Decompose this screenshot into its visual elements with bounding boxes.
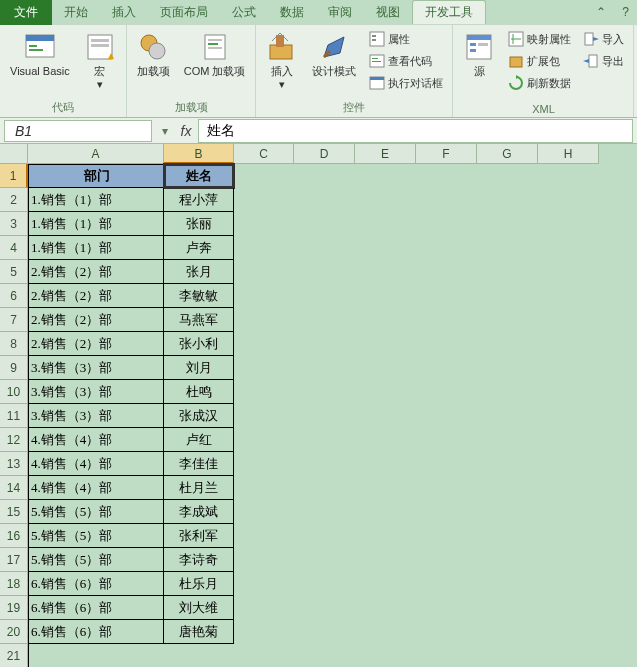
fx-icon[interactable]: fx — [174, 123, 198, 139]
cell-dept[interactable]: 4.销售（4）部 — [28, 476, 164, 500]
cell-name[interactable]: 张月 — [164, 260, 234, 284]
row-header[interactable]: 14 — [0, 476, 28, 500]
row-header[interactable]: 13 — [0, 452, 28, 476]
cell-name[interactable]: 李诗奇 — [164, 548, 234, 572]
cell-dept[interactable]: 3.销售（3）部 — [28, 356, 164, 380]
com-addins-button[interactable]: COM 加载项 — [180, 29, 250, 80]
row-header[interactable]: 1 — [0, 164, 28, 188]
expansion-packs-button[interactable]: 扩展包 — [505, 51, 574, 71]
cell-header-name[interactable]: 姓名 — [164, 164, 234, 188]
col-header-F[interactable]: F — [416, 144, 477, 164]
row-header[interactable]: 10 — [0, 380, 28, 404]
cell-name[interactable]: 刘大维 — [164, 596, 234, 620]
col-header-A[interactable]: A — [28, 144, 164, 164]
export-button[interactable]: 导出 — [580, 51, 627, 71]
select-all-button[interactable] — [0, 144, 28, 164]
import-button[interactable]: 导入 — [580, 29, 627, 49]
row-header[interactable]: 11 — [0, 404, 28, 428]
col-header-E[interactable]: E — [355, 144, 416, 164]
cell-name[interactable]: 杜乐月 — [164, 572, 234, 596]
tab-review[interactable]: 审阅 — [316, 1, 364, 24]
cell-dept[interactable]: 2.销售（2）部 — [28, 308, 164, 332]
cell-empty[interactable] — [28, 644, 164, 667]
row-header[interactable]: 17 — [0, 548, 28, 572]
visual-basic-button[interactable]: Visual Basic — [6, 29, 74, 80]
cell-dept[interactable]: 6.销售（6）部 — [28, 572, 164, 596]
cell-name[interactable]: 卢奔 — [164, 236, 234, 260]
row-header[interactable]: 15 — [0, 500, 28, 524]
name-box-dropdown-icon[interactable]: ▾ — [156, 124, 174, 138]
tab-layout[interactable]: 页面布局 — [148, 1, 220, 24]
cell-name[interactable]: 刘月 — [164, 356, 234, 380]
row-header[interactable]: 16 — [0, 524, 28, 548]
tab-formulas[interactable]: 公式 — [220, 1, 268, 24]
cell-dept[interactable]: 2.销售（2）部 — [28, 284, 164, 308]
tab-insert[interactable]: 插入 — [100, 1, 148, 24]
cell-dept[interactable]: 3.销售（3）部 — [28, 380, 164, 404]
cell-dept[interactable]: 4.销售（4）部 — [28, 428, 164, 452]
row-header[interactable]: 19 — [0, 596, 28, 620]
row-header[interactable]: 8 — [0, 332, 28, 356]
row-header[interactable]: 12 — [0, 428, 28, 452]
cell-dept[interactable]: 5.销售（5）部 — [28, 500, 164, 524]
col-header-C[interactable]: C — [234, 144, 294, 164]
design-mode-button[interactable]: 设计模式 — [308, 29, 360, 80]
name-box[interactable]: B1 — [4, 120, 152, 142]
map-properties-button[interactable]: 映射属性 — [505, 29, 574, 49]
cell-dept[interactable]: 3.销售（3）部 — [28, 404, 164, 428]
col-header-D[interactable]: D — [294, 144, 355, 164]
row-header[interactable]: 9 — [0, 356, 28, 380]
cell-name[interactable]: 唐艳菊 — [164, 620, 234, 644]
cell-name[interactable]: 张利军 — [164, 524, 234, 548]
col-header-G[interactable]: G — [477, 144, 538, 164]
run-dialog-button[interactable]: 执行对话框 — [366, 73, 446, 93]
ribbon-minimize-icon[interactable]: ⌃ — [588, 5, 614, 19]
formula-input[interactable]: 姓名 — [198, 119, 633, 143]
cell-empty[interactable] — [164, 644, 234, 667]
row-header[interactable]: 7 — [0, 308, 28, 332]
col-header-H[interactable]: H — [538, 144, 599, 164]
cell-name[interactable]: 马燕军 — [164, 308, 234, 332]
row-header[interactable]: 21 — [0, 644, 28, 667]
tab-home[interactable]: 开始 — [52, 1, 100, 24]
row-header[interactable]: 4 — [0, 236, 28, 260]
cell-name[interactable]: 杜月兰 — [164, 476, 234, 500]
cell-name[interactable]: 卢红 — [164, 428, 234, 452]
tab-view[interactable]: 视图 — [364, 1, 412, 24]
cell-name[interactable]: 李成斌 — [164, 500, 234, 524]
col-header-B[interactable]: B — [164, 144, 234, 164]
cell-dept[interactable]: 6.销售（6）部 — [28, 596, 164, 620]
cell-dept[interactable]: 2.销售（2）部 — [28, 332, 164, 356]
cell-header-dept[interactable]: 部门 — [28, 164, 164, 188]
tab-file[interactable]: 文件 — [0, 0, 52, 25]
row-header[interactable]: 5 — [0, 260, 28, 284]
cell-dept[interactable]: 5.销售（5）部 — [28, 548, 164, 572]
insert-control-button[interactable]: 插入▾ — [262, 29, 302, 93]
cell-dept[interactable]: 1.销售（1）部 — [28, 188, 164, 212]
cell-name[interactable]: 李佳佳 — [164, 452, 234, 476]
row-header[interactable]: 3 — [0, 212, 28, 236]
cell-dept[interactable]: 6.销售（6）部 — [28, 620, 164, 644]
cell-dept[interactable]: 5.销售（5）部 — [28, 524, 164, 548]
row-header[interactable]: 2 — [0, 188, 28, 212]
tab-developer[interactable]: 开发工具 — [412, 0, 486, 24]
properties-button[interactable]: 属性 — [366, 29, 446, 49]
help-icon[interactable]: ? — [614, 5, 637, 19]
cell-dept[interactable]: 2.销售（2）部 — [28, 260, 164, 284]
row-header[interactable]: 18 — [0, 572, 28, 596]
cell-name[interactable]: 杜鸣 — [164, 380, 234, 404]
cell-dept[interactable]: 4.销售（4）部 — [28, 452, 164, 476]
cell-name[interactable]: 张丽 — [164, 212, 234, 236]
cell-name[interactable]: 张成汉 — [164, 404, 234, 428]
row-header[interactable]: 20 — [0, 620, 28, 644]
xml-source-button[interactable]: 源 — [459, 29, 499, 80]
refresh-data-button[interactable]: 刷新数据 — [505, 73, 574, 93]
cell-name[interactable]: 李敏敏 — [164, 284, 234, 308]
view-code-button[interactable]: 查看代码 — [366, 51, 446, 71]
tab-data[interactable]: 数据 — [268, 1, 316, 24]
macros-button[interactable]: 宏▾ — [80, 29, 120, 93]
cell-dept[interactable]: 1.销售（1）部 — [28, 236, 164, 260]
row-header[interactable]: 6 — [0, 284, 28, 308]
cell-dept[interactable]: 1.销售（1）部 — [28, 212, 164, 236]
cell-name[interactable]: 张小利 — [164, 332, 234, 356]
